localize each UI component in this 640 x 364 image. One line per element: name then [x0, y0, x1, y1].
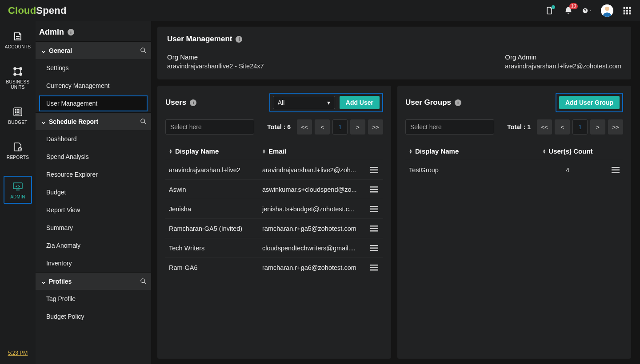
table-row[interactable]: Aswin aswinkumar.s+cloudspend@zo... — [165, 180, 383, 199]
row-menu-icon[interactable] — [365, 245, 383, 251]
info-icon[interactable]: i — [190, 99, 196, 106]
tree-resource[interactable]: Resource Explorer — [36, 166, 151, 183]
cell-email: aravindrajvarshan.l+live2@zoh... — [259, 166, 365, 174]
tree-zia[interactable]: Zia Anomaly — [36, 237, 151, 254]
group-label: General — [49, 47, 72, 54]
tree-user-management[interactable]: User Management — [39, 95, 148, 111]
tree-settings[interactable]: Settings — [36, 59, 151, 77]
add-user-group-button[interactable]: Add User Group — [559, 96, 620, 109]
group-schedule[interactable]: ⌄Schedule Report — [36, 112, 151, 130]
pager-prev[interactable]: < — [315, 119, 330, 135]
svg-rect-6 — [624, 10, 625, 12]
cell-email: aswinkumar.s+cloudspend@zo... — [259, 186, 365, 193]
table-row[interactable]: Ram-GA6 ramcharan.r+ga6@zohotest.com — [165, 258, 383, 277]
tree-budget-policy[interactable]: Budget Policy — [36, 308, 151, 325]
pager-last[interactable]: >> — [368, 119, 383, 135]
table-row[interactable]: aravindrajvarshan.l+live2 aravindrajvars… — [165, 160, 383, 180]
svg-rect-46 — [612, 172, 620, 173]
tree-tag[interactable]: Tag Profile — [36, 290, 151, 308]
pager-page[interactable]: 1 — [572, 119, 588, 135]
groups-title-text: User Groups — [405, 98, 451, 107]
clock[interactable]: 5:23 PM — [8, 350, 28, 356]
groups-title: User Groups i — [405, 98, 461, 107]
cell-name: Ram-GA6 — [165, 264, 259, 271]
svg-rect-43 — [370, 269, 378, 271]
row-menu-icon[interactable] — [605, 167, 623, 173]
dropdown-value: All — [278, 99, 285, 106]
th-display-name[interactable]: ▲▼Display Name — [165, 147, 259, 155]
brand-part2: Spend — [36, 5, 66, 16]
pager-first[interactable]: << — [537, 119, 552, 135]
user-groups-panel: User Groups i Add User Group Select here… — [397, 86, 631, 359]
info-icon[interactable]: i — [455, 99, 461, 106]
group-label: Profiles — [49, 278, 72, 285]
th-display-name[interactable]: ▲▼Display Name — [405, 147, 530, 155]
pager-first[interactable]: << — [297, 119, 312, 135]
svg-rect-39 — [370, 247, 378, 249]
clipboard-icon[interactable] — [545, 6, 555, 16]
pager-next[interactable]: > — [590, 119, 605, 135]
row-menu-icon[interactable] — [365, 226, 383, 232]
row-menu-icon[interactable] — [365, 167, 383, 173]
table-row[interactable]: Tech Writers cloudspendtechwriters@gmail… — [165, 238, 383, 258]
users-title-text: Users — [165, 98, 186, 107]
cell-email: cloudspendtechwriters@gmail.... — [259, 245, 365, 252]
pager-last[interactable]: >> — [608, 119, 623, 135]
groups-actions: Add User Group — [556, 93, 623, 112]
svg-rect-5 — [629, 7, 631, 9]
info-icon[interactable]: i — [236, 36, 242, 43]
groups-total: Total : 1 — [507, 123, 531, 131]
tree-currency[interactable]: Currency Management — [36, 77, 151, 95]
org-admin-label: Org Admin — [505, 53, 621, 61]
cell-name: aravindrajvarshan.l+live2 — [165, 166, 259, 174]
pager-page[interactable]: 1 — [332, 119, 348, 135]
avatar[interactable] — [601, 4, 613, 17]
help-icon[interactable] — [582, 6, 592, 16]
groups-search[interactable]: Select here — [405, 119, 494, 135]
table-row[interactable]: TestGroup 4 — [405, 160, 623, 180]
tree-inventory[interactable]: Inventory — [36, 254, 151, 272]
tree-summary[interactable]: Summary — [36, 219, 151, 237]
rail-business-units[interactable]: BUSINESS UNITS — [4, 65, 32, 90]
users-filter-dropdown[interactable]: All ▾ — [273, 96, 335, 109]
tree-budget[interactable]: Budget — [36, 183, 151, 201]
rail-budget[interactable]: BUDGET — [4, 106, 32, 125]
rail-accounts[interactable]: ACCOUNTS — [4, 30, 32, 49]
group-profiles[interactable]: ⌄Profiles — [36, 272, 151, 290]
svg-rect-29 — [370, 186, 378, 188]
apps-grid-icon[interactable] — [622, 6, 632, 16]
table-row[interactable]: Jenisha jenisha.ts+budget@zohotest.c... — [165, 199, 383, 219]
row-menu-icon[interactable] — [365, 186, 383, 193]
cell-name: Jenisha — [165, 206, 259, 213]
info-icon[interactable]: i — [68, 29, 74, 36]
row-menu-icon[interactable] — [365, 206, 383, 212]
svg-rect-38 — [370, 245, 378, 246]
tree-dashboard[interactable]: Dashboard — [36, 130, 151, 148]
th-email[interactable]: ▲▼Email — [259, 147, 365, 155]
tree-reportview[interactable]: Report View — [36, 201, 151, 219]
chevron-down-icon: ⌄ — [41, 118, 46, 125]
search-placeholder: Select here — [410, 123, 442, 131]
search-icon[interactable] — [140, 278, 147, 285]
admin-icon — [5, 180, 30, 193]
tree-spend[interactable]: Spend Analysis — [36, 148, 151, 166]
svg-rect-25 — [16, 190, 20, 190]
cell-count: 4 — [530, 166, 605, 174]
search-icon[interactable] — [140, 47, 147, 54]
row-menu-icon[interactable] — [365, 265, 383, 271]
svg-rect-37 — [370, 230, 378, 232]
rail-reports[interactable]: REPORTS — [4, 141, 32, 160]
pager-next[interactable]: > — [350, 119, 365, 135]
search-placeholder: Select here — [170, 123, 202, 131]
table-row[interactable]: Ramcharan-GA5 (Invited) ramcharan.r+ga5@… — [165, 219, 383, 238]
add-user-button[interactable]: Add User — [340, 96, 380, 109]
group-general[interactable]: ⌄General — [36, 41, 151, 59]
rail-admin[interactable]: ADMIN — [4, 176, 32, 204]
users-search[interactable]: Select here — [165, 119, 254, 135]
search-icon[interactable] — [140, 118, 147, 125]
svg-rect-34 — [370, 211, 378, 212]
pager-prev[interactable]: < — [555, 119, 570, 135]
th-user-count[interactable]: ▲▼User(s) Count — [530, 147, 605, 155]
bell-icon[interactable]: 10 — [564, 6, 573, 16]
rail-label: REPORTS — [4, 155, 32, 160]
